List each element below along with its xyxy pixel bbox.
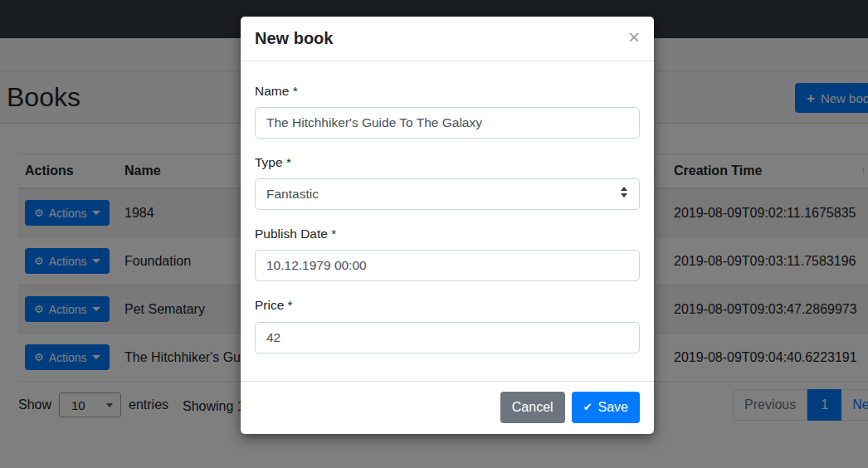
new-book-modal: New book × Name * Type * Fantastic Publi… xyxy=(241,17,654,434)
name-field-label: Name * xyxy=(255,83,640,100)
check-icon: ✔ xyxy=(583,402,592,412)
save-button[interactable]: ✔ Save xyxy=(572,392,640,423)
app-screen: Books + New book Actions Name ↓ xyxy=(0,0,868,468)
name-field[interactable] xyxy=(255,107,640,139)
price-field-label: Price * xyxy=(255,297,640,314)
modal-title: New book xyxy=(255,29,333,48)
type-field-label: Type * xyxy=(255,154,640,171)
publish-date-field-label: Publish Date * xyxy=(255,226,640,242)
modal-body: Name * Type * Fantastic Publish Date * P… xyxy=(241,61,654,381)
publish-date-field[interactable] xyxy=(255,250,640,281)
price-field[interactable] xyxy=(255,322,640,353)
cancel-button[interactable]: Cancel xyxy=(500,392,565,423)
save-button-label: Save xyxy=(598,400,628,415)
select-arrows-icon xyxy=(621,187,627,197)
modal-footer: Cancel ✔ Save xyxy=(241,381,654,434)
close-icon[interactable]: × xyxy=(628,29,640,46)
type-select[interactable]: Fantastic xyxy=(255,178,640,210)
modal-header: New book × xyxy=(241,17,654,61)
